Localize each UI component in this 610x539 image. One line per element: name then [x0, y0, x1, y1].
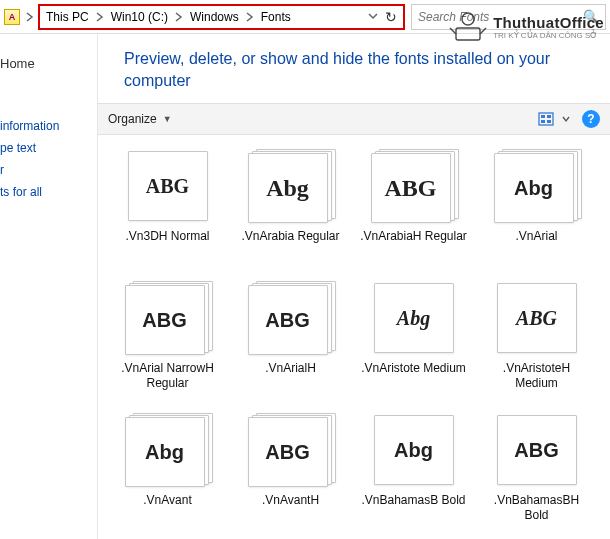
sidebar: Home information pe text r ts for all — [0, 34, 98, 539]
organize-button[interactable]: Organize ▼ — [108, 112, 172, 126]
font-item[interactable]: ABG.VnArabiaH Regular — [352, 149, 475, 281]
help-button[interactable]: ? — [582, 110, 600, 128]
font-thumbnail: ABG — [248, 413, 334, 487]
svg-rect-5 — [541, 115, 545, 118]
font-thumbnail: ABG — [371, 149, 457, 223]
organize-label: Organize — [108, 112, 157, 126]
font-sample: ABG — [142, 309, 186, 332]
chevron-right-icon[interactable] — [243, 12, 257, 22]
font-item[interactable]: ABG.VnAristoteH Medium — [475, 281, 598, 413]
font-item[interactable]: Abg.VnAvant — [106, 413, 229, 539]
sidebar-link[interactable]: ts for all — [0, 181, 97, 203]
font-sample: ABG — [514, 439, 558, 462]
search-box[interactable]: 🔍 — [411, 4, 606, 30]
font-sample: Abg — [266, 175, 309, 202]
svg-rect-7 — [541, 120, 545, 123]
font-item[interactable]: ABG.VnAvantH — [229, 413, 352, 539]
chevron-right-icon[interactable] — [93, 12, 107, 22]
font-name: .VnAristoteH Medium — [482, 361, 592, 391]
address-dropdown-icon[interactable] — [365, 10, 381, 24]
font-name: .VnArialH — [265, 361, 316, 376]
font-item[interactable]: Abg.VnAristote Medium — [352, 281, 475, 413]
font-thumbnail: Abg — [371, 281, 457, 355]
font-thumbnail: ABG — [494, 281, 580, 355]
svg-rect-4 — [539, 113, 553, 125]
font-thumbnail: ABG — [125, 281, 211, 355]
font-sample: Abg — [145, 441, 184, 464]
svg-rect-8 — [547, 120, 551, 123]
font-thumbnail: ABG — [125, 149, 211, 223]
content-pane: Preview, delete, or show and hide the fo… — [98, 34, 610, 539]
font-thumbnail: ABG — [494, 413, 580, 487]
sidebar-link[interactable]: pe text — [0, 137, 97, 159]
font-name: .VnArial — [515, 229, 557, 244]
font-thumbnail: ABG — [248, 281, 334, 355]
view-mode-button[interactable] — [536, 109, 556, 129]
font-name: .Vn3DH Normal — [125, 229, 209, 244]
chevron-right-icon[interactable] — [172, 12, 186, 22]
refresh-icon[interactable]: ↻ — [381, 9, 401, 25]
sidebar-home-link[interactable]: Home — [0, 52, 97, 75]
svg-rect-6 — [547, 115, 551, 118]
search-input[interactable] — [418, 10, 583, 24]
font-sample: ABG — [265, 309, 309, 332]
font-grid: ABG.Vn3DH NormalAbg.VnArabia RegularABG.… — [98, 135, 610, 539]
font-item[interactable]: Abg.VnArial — [475, 149, 598, 281]
font-item[interactable]: ABG.VnBahamasBH Bold — [475, 413, 598, 539]
font-item[interactable]: ABG.VnArialH — [229, 281, 352, 413]
font-sample: Abg — [514, 177, 553, 200]
font-sample: ABG — [265, 441, 309, 464]
address-bar-row: A This PC Win10 (C:) Windows Fonts ↻ 🔍 — [0, 0, 610, 34]
breadcrumb-segment[interactable]: Win10 (C:) — [107, 6, 172, 28]
font-thumbnail: Abg — [125, 413, 211, 487]
font-item[interactable]: Abg.VnBahamasB Bold — [352, 413, 475, 539]
breadcrumb-segment[interactable]: Fonts — [257, 6, 295, 28]
toolbar: Organize ▼ ? — [98, 103, 610, 135]
font-thumbnail: Abg — [371, 413, 457, 487]
font-sample: Abg — [394, 439, 433, 462]
font-name: .VnBahamasBH Bold — [482, 493, 592, 523]
font-sample: ABG — [384, 175, 436, 202]
page-heading: Preview, delete, or show and hide the fo… — [98, 34, 610, 103]
address-bar[interactable]: This PC Win10 (C:) Windows Fonts ↻ — [38, 4, 405, 30]
fonts-folder-icon[interactable]: A — [4, 9, 20, 25]
chevron-down-icon: ▼ — [163, 114, 172, 124]
sidebar-link[interactable]: information — [0, 115, 97, 137]
breadcrumb-segment[interactable]: This PC — [42, 6, 93, 28]
font-sample: ABG — [146, 175, 189, 198]
font-name: .VnAristote Medium — [361, 361, 466, 376]
search-icon[interactable]: 🔍 — [583, 9, 599, 24]
font-thumbnail: Abg — [248, 149, 334, 223]
font-item[interactable]: ABG.Vn3DH Normal — [106, 149, 229, 281]
breadcrumb-segment[interactable]: Windows — [186, 6, 243, 28]
view-dropdown-icon[interactable] — [556, 109, 576, 129]
font-name: .VnAvant — [143, 493, 191, 508]
font-name: .VnArial NarrowH Regular — [113, 361, 223, 391]
font-name: .VnBahamasB Bold — [361, 493, 465, 508]
font-name: .VnAvantH — [262, 493, 319, 508]
font-item[interactable]: Abg.VnArabia Regular — [229, 149, 352, 281]
font-name: .VnArabia Regular — [241, 229, 339, 244]
font-item[interactable]: ABG.VnArial NarrowH Regular — [106, 281, 229, 413]
font-sample: ABG — [516, 307, 557, 330]
sidebar-link[interactable]: r — [0, 159, 97, 181]
chevron-right-icon[interactable] — [22, 5, 38, 29]
font-sample: Abg — [397, 307, 430, 330]
nav-icons: A — [4, 5, 38, 29]
main-area: Home information pe text r ts for all Pr… — [0, 34, 610, 539]
font-name: .VnArabiaH Regular — [360, 229, 467, 244]
font-thumbnail: Abg — [494, 149, 580, 223]
